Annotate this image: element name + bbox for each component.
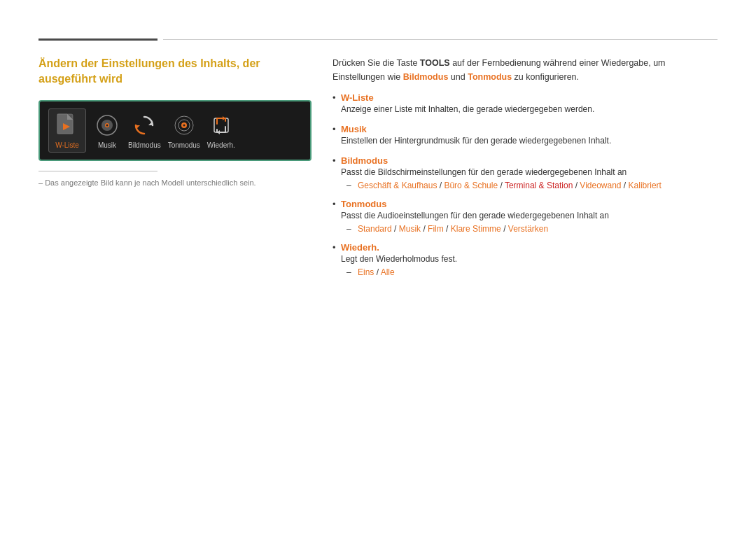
- right-column: Drücken Sie die Taste TOOLS auf der Fern…: [332, 56, 718, 286]
- tonmodus-label: Tonmodus: [168, 141, 200, 149]
- wiederh-sub-list: Eins / Alle: [341, 267, 718, 277]
- musik-label: Musik: [98, 141, 116, 149]
- intro-text: Drücken Sie die Taste TOOLS auf der Fern…: [332, 56, 718, 84]
- intro-pre: Drücken Sie die Taste: [332, 58, 420, 68]
- tonmodus-sub-item: Standard / Musik / Film / Klare Stimme /…: [346, 224, 718, 234]
- wliste-icon: [53, 112, 81, 139]
- bullet-wiederh-desc: Legt den Wiederholmodus fest.: [341, 254, 457, 264]
- tool-wliste[interactable]: W-Liste: [48, 108, 86, 153]
- klare-stimme-link: Klare Stimme: [451, 224, 501, 234]
- intro-bold: TOOLS: [420, 58, 450, 68]
- bullet-tonmodus-title: Tonmodus: [341, 199, 386, 209]
- tonmodus-sub-list: Standard / Musik / Film / Klare Stimme /…: [341, 224, 718, 234]
- content-area: Ändern der Einstellungen des Inhalts, de…: [38, 56, 718, 286]
- bullet-wliste-title: W-Liste: [341, 92, 374, 103]
- tool-wiederh[interactable]: Wiederh.: [207, 112, 235, 149]
- intro-hl2: Tonmodus: [468, 72, 512, 82]
- main-heading: Ändern der Einstellungen des Inhalts, de…: [38, 56, 312, 87]
- bullet-tonmodus: Tonmodus Passt die Audioeinstellungen fü…: [332, 199, 718, 234]
- tool-musik[interactable]: Musik: [93, 112, 121, 149]
- bullet-bildmodus: Bildmodus Passt die Bildschirmeinstellun…: [332, 155, 718, 190]
- bullet-wliste-desc: Anzeige einer Liste mit Inhalten, die ge…: [341, 104, 594, 114]
- bullet-wliste: W-Liste Anzeige einer Liste mit Inhalten…: [332, 92, 718, 115]
- standard-link: Standard: [358, 224, 392, 234]
- wiederh-icon: [207, 112, 235, 139]
- bildmodus-icon: [130, 112, 158, 139]
- left-column: Ändern der Einstellungen des Inhalts, de…: [38, 56, 312, 286]
- geschaeft-link: Geschäft & Kaufhaus: [358, 181, 437, 190]
- svg-marker-9: [136, 125, 140, 129]
- tonmodus-icon: [170, 112, 198, 139]
- musik2-link: Musik: [399, 224, 421, 234]
- rule-right: [163, 39, 718, 40]
- panel-rule: [38, 171, 158, 171]
- intro-end: zu konfigurieren.: [512, 72, 579, 82]
- bildmodus-sub-list: Geschäft & Kaufhaus / Büro & Schule / Te…: [341, 181, 718, 190]
- tool-tonmodus[interactable]: Tonmodus: [168, 112, 200, 149]
- film-link: Film: [428, 224, 444, 234]
- intro-and: und: [448, 72, 468, 82]
- eins-link: Eins: [358, 267, 374, 277]
- musik-icon: [93, 112, 121, 139]
- wiederh-label: Wiederh.: [207, 141, 235, 149]
- page-container: Ändern der Einstellungen des Inhalts, de…: [0, 0, 756, 534]
- bildmodus-sub-item: Geschäft & Kaufhaus / Büro & Schule / Te…: [346, 181, 718, 190]
- svg-point-7: [106, 124, 108, 126]
- top-rules: [38, 38, 718, 41]
- tools-panel: W-Liste Musik: [38, 100, 312, 161]
- note-text: – Das angezeigte Bild kann je nach Model…: [38, 178, 312, 187]
- bullet-musik: Musik Einstellen der Hintergrundmusik fü…: [332, 124, 718, 147]
- bullet-musik-title: Musik: [341, 124, 367, 134]
- bullet-tonmodus-desc: Passt die Audioeinstellungen für den ger…: [341, 211, 609, 220]
- wiederh-sub-item: Eins / Alle: [346, 267, 718, 277]
- svg-marker-8: [148, 121, 153, 125]
- wliste-label: W-Liste: [55, 141, 79, 149]
- bildmodus-label: Bildmodus: [128, 141, 161, 149]
- buero-link: Büro & Schule: [444, 181, 498, 190]
- bullet-musik-desc: Einstellen der Hintergrundmusik für den …: [341, 136, 611, 146]
- intro-hl1: Bildmodus: [403, 72, 449, 82]
- kalibriert-link: Kalibriert: [629, 181, 662, 190]
- bullet-bildmodus-title: Bildmodus: [341, 155, 388, 166]
- tool-bildmodus[interactable]: Bildmodus: [128, 112, 161, 149]
- bullet-wiederh: Wiederh. Legt den Wiederholmodus fest. E…: [332, 242, 718, 277]
- verstaerken-link: Verstärken: [508, 224, 548, 234]
- bullet-wiederh-title: Wiederh.: [341, 242, 379, 253]
- svg-point-13: [183, 124, 185, 126]
- rule-left: [38, 38, 158, 41]
- alle-link: Alle: [381, 267, 395, 277]
- bullet-list: W-Liste Anzeige einer Liste mit Inhalten…: [332, 92, 718, 277]
- bullet-bildmodus-desc: Passt die Bildschirmeinstellungen für de…: [341, 167, 626, 177]
- videowand-link: Videowand: [580, 181, 621, 190]
- terminal-link: Terminal & Station: [505, 181, 573, 190]
